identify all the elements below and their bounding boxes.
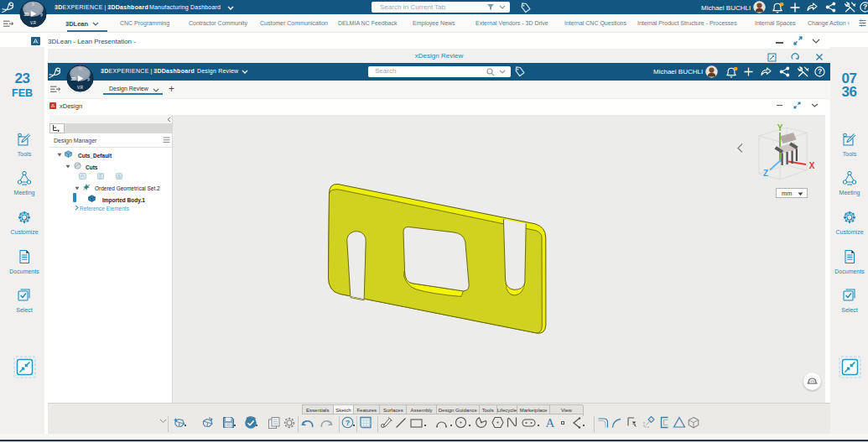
svg-text:Y: Y	[777, 123, 783, 133]
svg-text:Z: Z	[763, 169, 768, 178]
svg-text:?: ?	[346, 419, 351, 427]
svg-text:3D: 3D	[71, 77, 77, 81]
svg-text:3D: 3D	[24, 13, 30, 17]
svg-text:?: ?	[863, 3, 867, 11]
svg-text:X: X	[809, 161, 815, 170]
svg-text:V.R: V.R	[30, 21, 37, 25]
svg-text:Yr: Yr	[78, 67, 82, 71]
svg-text:A: A	[546, 416, 555, 429]
svg-text:V.R: V.R	[77, 86, 84, 90]
svg-text:?: ?	[818, 67, 822, 76]
